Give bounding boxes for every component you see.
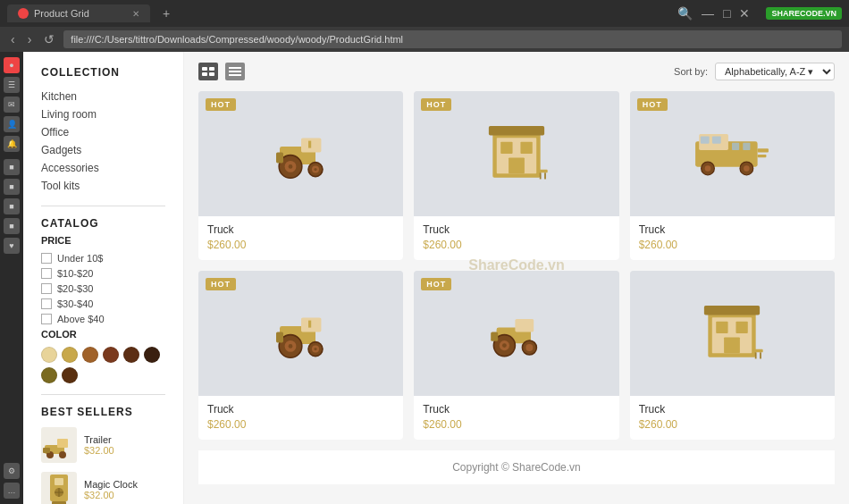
- svg-point-39: [744, 165, 750, 172]
- price-title: PRICE: [41, 235, 165, 246]
- product-price-0: $260.00: [207, 239, 394, 251]
- svg-rect-28: [544, 172, 546, 179]
- svg-rect-23: [500, 142, 512, 154]
- product-card-5[interactable]: Truck $260.00: [630, 271, 835, 440]
- grid-view-button[interactable]: [198, 63, 218, 80]
- svg-rect-67: [760, 352, 761, 358]
- product-card-info-0: Truck $260.00: [198, 216, 403, 260]
- svg-rect-32: [701, 136, 710, 143]
- product-name-3: Truck: [207, 403, 394, 416]
- svg-point-49: [314, 348, 316, 350]
- close-window-button[interactable]: ✕: [739, 6, 750, 21]
- product-img-wrapper-5: [630, 271, 835, 396]
- svg-rect-12: [301, 138, 321, 152]
- price-checkbox-0[interactable]: [41, 253, 52, 264]
- forward-button[interactable]: ›: [24, 30, 36, 48]
- main-content: Sort by: Alphabetically, A-Z ▾ ShareCode…: [184, 52, 849, 504]
- browser-tab[interactable]: Product Grid ✕: [7, 4, 150, 22]
- icon-bar-item-5[interactable]: 🔔: [4, 136, 20, 152]
- svg-rect-65: [753, 349, 763, 353]
- left-icon-bar: ● ☰ ✉ 👤 🔔 ■ ■ ■ ■ ♥ ⚙ …: [0, 52, 23, 504]
- icon-bar-item-12[interactable]: …: [4, 483, 20, 499]
- sidebar-divider-1: [41, 206, 165, 206]
- price-checkbox-3[interactable]: [41, 298, 52, 309]
- product-card-info-4: Truck $260.00: [414, 396, 618, 440]
- price-checkbox-4[interactable]: [41, 314, 52, 324]
- product-card-info-5: Truck $260.00: [630, 396, 835, 440]
- product-price-4: $260.00: [423, 418, 609, 431]
- icon-bar-item-3[interactable]: ✉: [4, 97, 20, 113]
- color-swatch-1[interactable]: [62, 347, 78, 363]
- product-name-5: Truck: [639, 403, 826, 416]
- product-card-2[interactable]: HOT: [630, 91, 835, 260]
- product-card-1[interactable]: HOT: [414, 91, 618, 260]
- product-name-4: Truck: [423, 403, 609, 416]
- icon-bar-item-4[interactable]: 👤: [4, 116, 20, 132]
- color-swatch-4[interactable]: [123, 347, 139, 363]
- new-tab-button[interactable]: +: [157, 6, 175, 21]
- price-checkbox-2[interactable]: [41, 283, 52, 294]
- icon-bar-item-9[interactable]: ■: [4, 218, 20, 234]
- svg-rect-25: [509, 157, 525, 173]
- color-swatch-3[interactable]: [103, 347, 119, 363]
- price-label-3: $30-$40: [57, 298, 93, 309]
- product-price-5: $260.00: [639, 418, 826, 431]
- back-button[interactable]: ‹: [7, 30, 19, 48]
- product-card-0[interactable]: HOT: [198, 91, 403, 260]
- icon-bar-item-11[interactable]: ⚙: [4, 463, 20, 479]
- sidebar-link-toolkits[interactable]: Tool kits: [41, 177, 165, 195]
- product-card-4[interactable]: HOT Truck: [414, 271, 618, 440]
- svg-point-46: [288, 344, 292, 349]
- search-browser-icon[interactable]: 🔍: [677, 6, 693, 21]
- svg-rect-27: [540, 172, 542, 179]
- icon-bar-item-7[interactable]: ■: [4, 179, 20, 195]
- maximize-button[interactable]: □: [723, 6, 730, 21]
- tab-close-button[interactable]: ✕: [132, 9, 139, 19]
- icon-bar-item-2[interactable]: ☰: [4, 77, 20, 93]
- reload-button[interactable]: ↺: [40, 30, 58, 48]
- price-checkbox-1[interactable]: [41, 268, 52, 279]
- best-seller-img-0: [41, 427, 77, 463]
- sidebar-link-gadgets[interactable]: Gadgets: [41, 141, 165, 159]
- hot-badge-3: HOT: [206, 278, 236, 290]
- icon-bar-item-1[interactable]: ●: [4, 57, 20, 73]
- best-sellers-title: BEST SELLERS: [41, 406, 165, 418]
- best-seller-0[interactable]: Trailer $32.00: [41, 427, 165, 463]
- sidebar-link-office[interactable]: Office: [41, 123, 165, 141]
- icon-bar-item-8[interactable]: ■: [4, 198, 20, 214]
- svg-rect-35: [744, 142, 751, 149]
- svg-point-56: [502, 343, 507, 348]
- icon-bar-item-10[interactable]: ♥: [4, 238, 20, 254]
- product-img-wrapper-1: HOT: [414, 91, 618, 216]
- color-swatch-2[interactable]: [82, 347, 98, 363]
- svg-rect-40: [758, 148, 769, 152]
- minimize-button[interactable]: —: [702, 6, 714, 21]
- price-item-2: $20-$30: [41, 283, 165, 294]
- svg-rect-41: [758, 154, 767, 156]
- hot-badge-0: HOT: [206, 98, 236, 111]
- list-view-button[interactable]: [225, 63, 245, 80]
- color-swatch-6[interactable]: [41, 367, 57, 383]
- color-swatch-7[interactable]: [62, 367, 78, 383]
- sidebar-divider-2: [41, 394, 165, 395]
- product-img-wrapper-3: HOT: [198, 271, 403, 396]
- best-seller-img-1: [41, 472, 77, 504]
- svg-rect-4: [43, 448, 50, 453]
- product-card-3[interactable]: HOT: [198, 271, 403, 440]
- color-title: COLOR: [41, 329, 165, 340]
- sidebar-link-living[interactable]: Living room: [41, 105, 165, 123]
- address-bar[interactable]: file:///C:/Users/tittro/Downloads/Compre…: [63, 30, 842, 48]
- color-swatch-5[interactable]: [144, 347, 160, 363]
- icon-bar-item-6[interactable]: ■: [4, 159, 20, 175]
- color-swatch-0[interactable]: [41, 347, 57, 363]
- sort-select[interactable]: Alphabetically, A-Z ▾: [715, 63, 835, 80]
- svg-rect-26: [538, 170, 548, 173]
- sidebar-link-kitchen[interactable]: Kitchen: [41, 88, 165, 105]
- best-seller-1[interactable]: Magic Clock $32.00: [41, 472, 165, 504]
- product-card-info-3: Truck $260.00: [198, 396, 403, 440]
- sidebar-link-accessories[interactable]: Accessories: [41, 159, 165, 177]
- sort-label: Sort by:: [674, 66, 708, 77]
- svg-point-18: [314, 168, 316, 171]
- sidebar: COLLECTION Kitchen Living room Office Ga…: [23, 52, 184, 504]
- price-label-2: $20-$30: [57, 283, 93, 294]
